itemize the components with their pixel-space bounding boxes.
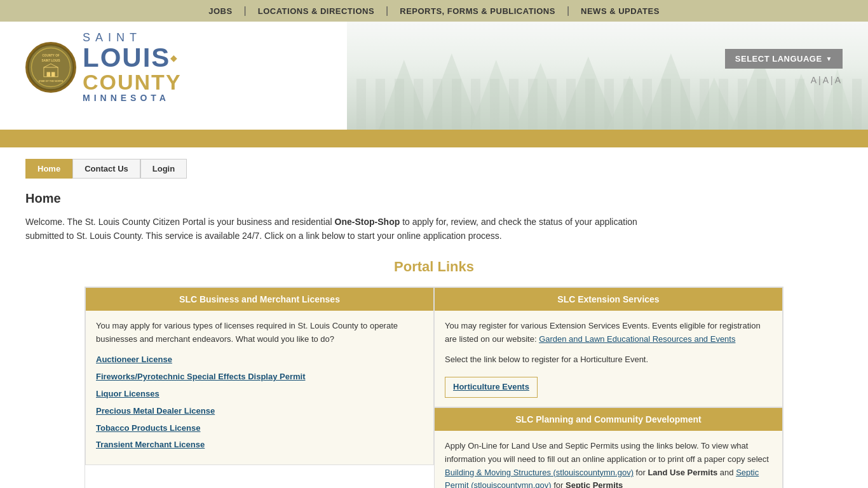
top-bar: JOBS | LOCATIONS & DIRECTIONS | REPORTS,… xyxy=(0,0,868,22)
extension-card-text2: Select the link below to register for a … xyxy=(445,353,772,367)
fireworks-link[interactable]: Fireworks/Pyrotechnic Special Effects Di… xyxy=(96,370,423,384)
tobacco-link[interactable]: Tobacco Products License xyxy=(96,422,423,435)
planning-card-header: SLC Planning and Community Development xyxy=(435,408,782,431)
intro-text: Welcome. The St. Louis County Citizen Po… xyxy=(25,215,661,243)
logo-louis: LOUIS xyxy=(83,44,170,71)
header-area: COUNTY OF SAINT LOUIS STAR OF THE NORTH … xyxy=(0,22,868,130)
extension-card-text: You may register for various Extension S… xyxy=(445,320,772,346)
page-title: Home xyxy=(25,191,843,206)
transient-link[interactable]: Transient Merchant License xyxy=(96,438,423,452)
svg-text:STAR OF THE NORTH: STAR OF THE NORTH xyxy=(39,80,64,83)
svg-rect-25 xyxy=(47,72,51,76)
tab-home[interactable]: Home xyxy=(25,159,72,179)
logo-minnesota: MINNESOTA xyxy=(83,93,182,103)
right-column: SLC Extension Services You may register … xyxy=(434,287,783,488)
extension-card-body: You may register for various Extension S… xyxy=(435,311,782,407)
precious-metal-link[interactable]: Precious Metal Dealer License xyxy=(96,405,423,418)
tab-contact[interactable]: Contact Us xyxy=(72,159,140,179)
business-card: SLC Business and Merchant Licenses You m… xyxy=(85,287,434,488)
business-card-body: You may apply for various types of licen… xyxy=(86,311,433,464)
main-content: Home Welcome. The St. Louis County Citiz… xyxy=(0,179,868,488)
language-button[interactable]: SELECT LANGUAGE ▼ xyxy=(725,49,843,69)
nav-tabs: Home Contact Us Login xyxy=(0,147,868,179)
top-nav: JOBS | LOCATIONS & DIRECTIONS | REPORTS,… xyxy=(0,5,868,17)
garden-events-link[interactable]: Garden and Lawn Educational Resources an… xyxy=(539,334,735,344)
horticulture-events-link[interactable]: Horticulture Events xyxy=(445,377,538,398)
locations-link[interactable]: LOCATIONS & DIRECTIONS xyxy=(247,6,386,16)
logo-text: SAINT LOUIS ◆ COUNTY MINNESOTA xyxy=(83,31,182,103)
building-structures-link[interactable]: Building & Moving Structures (stlouiscou… xyxy=(445,468,634,477)
reports-link[interactable]: REPORTS, FORMS & PUBLICATIONS xyxy=(388,6,567,16)
font-size-controls[interactable]: A|A|A xyxy=(811,75,843,85)
logo-diamond: ◆ xyxy=(170,53,177,62)
planning-portal-card: SLC Planning and Community Development A… xyxy=(434,407,783,488)
tab-login[interactable]: Login xyxy=(140,159,187,179)
header-content: COUNTY OF SAINT LOUIS STAR OF THE NORTH … xyxy=(0,22,868,112)
portal-grid: SLC Business and Merchant Licenses You m… xyxy=(85,287,783,488)
logo-county: COUNTY xyxy=(83,71,182,93)
logo-area: COUNTY OF SAINT LOUIS STAR OF THE NORTH … xyxy=(25,31,182,103)
business-card-text: You may apply for various types of licen… xyxy=(96,320,423,346)
extension-card-header: SLC Extension Services xyxy=(435,288,782,311)
extension-portal-card: SLC Extension Services You may register … xyxy=(434,287,783,407)
dropdown-arrow-icon: ▼ xyxy=(826,55,832,62)
header-right: SELECT LANGUAGE ▼ A|A|A xyxy=(725,49,843,85)
business-portal-card: SLC Business and Merchant Licenses You m… xyxy=(85,287,434,465)
svg-text:SAINT LOUIS: SAINT LOUIS xyxy=(41,58,60,62)
auctioneer-link[interactable]: Auctioneer License xyxy=(96,353,423,367)
portal-links-title: Portal Links xyxy=(25,259,843,275)
liquor-link[interactable]: Liquor Licenses xyxy=(96,388,423,401)
jobs-link[interactable]: JOBS xyxy=(197,6,243,16)
business-card-header: SLC Business and Merchant Licenses xyxy=(86,288,433,311)
county-seal: COUNTY OF SAINT LOUIS STAR OF THE NORTH xyxy=(25,42,76,93)
planning-card-body: Apply On-Line for Land Use and Septic Pe… xyxy=(435,431,782,488)
planning-card-text: Apply On-Line for Land Use and Septic Pe… xyxy=(445,440,772,488)
svg-rect-26 xyxy=(51,72,55,76)
svg-text:COUNTY OF: COUNTY OF xyxy=(42,54,59,57)
gold-divider-bar xyxy=(0,130,868,147)
news-link[interactable]: NEWS & UPDATES xyxy=(569,6,671,16)
